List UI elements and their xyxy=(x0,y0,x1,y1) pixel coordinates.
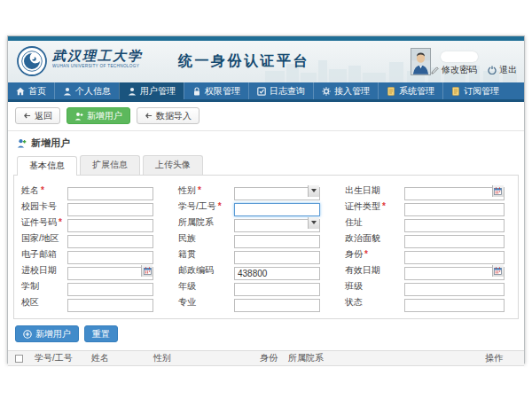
grade-label: 年级 xyxy=(156,280,234,293)
plus-circle-icon xyxy=(23,330,32,339)
id-number-input[interactable] xyxy=(67,219,153,232)
university-logo xyxy=(17,46,47,76)
enroll-date-field xyxy=(67,264,153,278)
required-asterisk: * xyxy=(364,249,368,259)
valid-date-input[interactable] xyxy=(404,267,505,280)
department-label: 所属院系 xyxy=(156,216,234,229)
country-input[interactable] xyxy=(67,235,153,248)
user-table-header: 学号/工号姓名性别身份所属院系操作 xyxy=(8,350,524,366)
field-label-text: 专业 xyxy=(178,297,196,307)
required-asterisk: * xyxy=(41,185,44,195)
nav-tab-users[interactable]: 用户管理 xyxy=(119,82,184,99)
submit-add-user-button[interactable]: 新增用户 xyxy=(15,325,79,342)
app-header: 武汉理工大学 WUHAN UNIVERSITY OF TECHNOLOGY 统一… xyxy=(8,41,524,82)
column-header-name: 姓名 xyxy=(86,352,148,364)
field-label-text: 邮政编码 xyxy=(178,265,214,275)
select-all-checkbox[interactable] xyxy=(15,355,23,363)
postal-code-label: 邮政编码 xyxy=(156,264,234,277)
school-system-field xyxy=(67,280,153,293)
major-input[interactable] xyxy=(234,299,320,312)
user-icon xyxy=(128,87,137,96)
status-input[interactable] xyxy=(404,299,505,312)
birth-date-calendar-button[interactable] xyxy=(492,185,504,197)
university-name-cn: 武汉理工大学 xyxy=(52,49,164,64)
country-label: 国家/地区 xyxy=(21,232,67,245)
field-label-text: 政治面貌 xyxy=(345,233,380,243)
form-panel: 姓名*性别*出生日期校园卡号学号/工号*证件类型*证件号码*所属院系住址国家/地… xyxy=(13,176,519,319)
campus-card-input[interactable] xyxy=(67,203,153,216)
id-type-label: 证件类型* xyxy=(323,200,404,213)
form-actions: 新增用户 重置 xyxy=(8,319,524,348)
field-label-text: 电子邮箱 xyxy=(21,249,57,259)
data-import-label: 数据导入 xyxy=(156,110,192,122)
gender-field xyxy=(234,184,320,198)
name-label: 姓名* xyxy=(21,184,67,197)
nav-tab-logs[interactable]: 日志查询 xyxy=(248,82,313,99)
campus-input[interactable] xyxy=(67,299,153,312)
user-avatar xyxy=(411,48,431,75)
form-tab-extended-info[interactable]: 扩展信息 xyxy=(80,155,140,175)
student-id-field xyxy=(234,200,320,214)
field-label-text: 证件类型 xyxy=(345,201,380,211)
nav-tab-label: 日志查询 xyxy=(270,82,305,99)
email-field xyxy=(67,248,153,262)
nav-tab-profile[interactable]: 个人信息 xyxy=(54,82,119,99)
back-label: 返回 xyxy=(35,110,52,122)
pencil-icon xyxy=(431,66,439,74)
gender-dropdown-button[interactable] xyxy=(308,185,319,197)
change-password-link[interactable]: 修改密码 xyxy=(431,64,477,76)
grade-input[interactable] xyxy=(234,283,320,296)
nav-tab-home[interactable]: 首页 xyxy=(8,82,54,99)
birth-date-input[interactable] xyxy=(404,187,505,200)
identity-field xyxy=(404,248,505,262)
doc-icon xyxy=(451,87,460,96)
user-form: 姓名*性别*出生日期校园卡号学号/工号*证件类型*证件号码*所属院系住址国家/地… xyxy=(21,183,511,310)
email-label: 电子邮箱 xyxy=(21,248,67,261)
identity-input[interactable] xyxy=(404,251,505,264)
add-user-toolbar-button[interactable]: 新增用户 xyxy=(66,107,130,124)
field-label-text: 校区 xyxy=(21,297,39,307)
class-input[interactable] xyxy=(404,283,505,296)
university-name-block: 武汉理工大学 WUHAN UNIVERSITY OF TECHNOLOGY xyxy=(52,49,164,69)
data-import-button[interactable]: 数据导入 xyxy=(137,107,200,124)
check-square-icon xyxy=(257,87,266,96)
field-label-text: 班级 xyxy=(345,281,363,291)
political-status-input[interactable] xyxy=(404,235,505,248)
ethnicity-label: 民族 xyxy=(156,232,234,245)
nav-tab-subscriptions[interactable]: 订阅管理 xyxy=(442,82,507,99)
nav-tab-access[interactable]: 接入管理 xyxy=(313,82,378,99)
address-field xyxy=(404,216,505,230)
nav-tab-label: 用户管理 xyxy=(140,82,176,99)
valid-date-calendar-button[interactable] xyxy=(492,265,504,277)
student-id-input[interactable] xyxy=(234,203,320,216)
email-input[interactable] xyxy=(67,251,153,264)
school-system-input[interactable] xyxy=(67,283,153,296)
field-label-text: 民族 xyxy=(178,233,196,243)
back-button[interactable]: 返回 xyxy=(15,107,60,124)
enroll-date-calendar-button[interactable] xyxy=(141,265,153,277)
class-field xyxy=(404,280,505,293)
logout-link[interactable]: 退出 xyxy=(488,64,517,76)
status-field xyxy=(404,296,505,309)
reset-button[interactable]: 重置 xyxy=(84,325,118,342)
id-type-input[interactable] xyxy=(404,203,505,216)
form-tab-upload-avatar[interactable]: 上传头像 xyxy=(143,155,203,175)
political-status-field xyxy=(404,232,505,246)
nav-tab-system[interactable]: 系统管理 xyxy=(378,82,442,99)
department-dropdown-button[interactable] xyxy=(308,217,319,229)
address-input[interactable] xyxy=(404,219,505,232)
name-input[interactable] xyxy=(67,187,153,200)
calendar-icon xyxy=(144,267,152,275)
column-header-student-id: 学号/工号 xyxy=(29,352,86,364)
form-tab-strip: 基本信息扩展信息上传头像 xyxy=(13,155,519,176)
form-tab-basic-info[interactable]: 基本信息 xyxy=(17,156,77,176)
field-label-text: 姓名 xyxy=(21,185,39,195)
ethnicity-input[interactable] xyxy=(234,235,320,248)
column-header-identity: 身份 xyxy=(254,352,283,364)
grade-field xyxy=(234,280,320,293)
postal-code-input[interactable] xyxy=(234,267,320,280)
native-place-input[interactable] xyxy=(234,251,320,264)
campus-card-field xyxy=(67,200,153,214)
nav-tab-permissions[interactable]: 权限管理 xyxy=(184,82,248,99)
lock-icon xyxy=(192,87,201,96)
